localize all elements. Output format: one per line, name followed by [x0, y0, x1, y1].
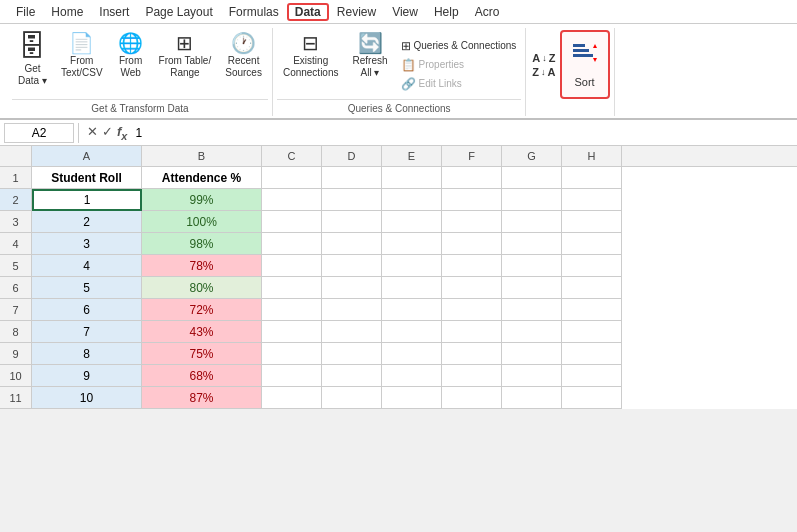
- cell-e10[interactable]: [382, 365, 442, 387]
- cancel-icon[interactable]: ✕: [87, 124, 98, 142]
- menu-data[interactable]: Data: [287, 3, 329, 21]
- cell-c4[interactable]: [262, 233, 322, 255]
- cell-b4[interactable]: 98%: [142, 233, 262, 255]
- row-header-5[interactable]: 5: [0, 255, 32, 277]
- cell-h3[interactable]: [562, 211, 622, 233]
- row-header-6[interactable]: 6: [0, 277, 32, 299]
- cell-c10[interactable]: [262, 365, 322, 387]
- cell-f10[interactable]: [442, 365, 502, 387]
- cell-b8[interactable]: 43%: [142, 321, 262, 343]
- cell-b9[interactable]: 75%: [142, 343, 262, 365]
- cell-c6[interactable]: [262, 277, 322, 299]
- menu-help[interactable]: Help: [426, 3, 467, 21]
- cell-a9[interactable]: 8: [32, 343, 142, 365]
- cell-g5[interactable]: [502, 255, 562, 277]
- menu-file[interactable]: File: [8, 3, 43, 21]
- cell-c2[interactable]: [262, 189, 322, 211]
- cell-d11[interactable]: [322, 387, 382, 409]
- cell-e5[interactable]: [382, 255, 442, 277]
- cell-b10[interactable]: 68%: [142, 365, 262, 387]
- col-header-b[interactable]: B: [142, 146, 262, 166]
- row-header-2[interactable]: 2: [0, 189, 32, 211]
- cell-f1[interactable]: [442, 167, 502, 189]
- col-header-c[interactable]: C: [262, 146, 322, 166]
- row-header-9[interactable]: 9: [0, 343, 32, 365]
- cell-a8[interactable]: 7: [32, 321, 142, 343]
- cell-b6[interactable]: 80%: [142, 277, 262, 299]
- cell-e4[interactable]: [382, 233, 442, 255]
- row-header-1[interactable]: 1: [0, 167, 32, 189]
- function-icon[interactable]: fx: [117, 124, 127, 142]
- cell-f7[interactable]: [442, 299, 502, 321]
- cell-h10[interactable]: [562, 365, 622, 387]
- cell-f5[interactable]: [442, 255, 502, 277]
- cell-h2[interactable]: [562, 189, 622, 211]
- col-header-a[interactable]: A: [32, 146, 142, 166]
- cell-c1[interactable]: [262, 167, 322, 189]
- cell-e8[interactable]: [382, 321, 442, 343]
- cell-f11[interactable]: [442, 387, 502, 409]
- cell-g8[interactable]: [502, 321, 562, 343]
- cell-d3[interactable]: [322, 211, 382, 233]
- existing-connections-button[interactable]: ⊟ Existing Connections: [277, 30, 345, 99]
- get-data-button[interactable]: 🗄 Get Data ▾: [12, 30, 53, 99]
- cell-f4[interactable]: [442, 233, 502, 255]
- cell-h6[interactable]: [562, 277, 622, 299]
- cell-d9[interactable]: [322, 343, 382, 365]
- menu-acro[interactable]: Acro: [467, 3, 508, 21]
- cell-a5[interactable]: 4: [32, 255, 142, 277]
- cell-e9[interactable]: [382, 343, 442, 365]
- cell-h7[interactable]: [562, 299, 622, 321]
- cell-a1[interactable]: Student Roll: [32, 167, 142, 189]
- cell-a10[interactable]: 9: [32, 365, 142, 387]
- cell-e1[interactable]: [382, 167, 442, 189]
- row-header-3[interactable]: 3: [0, 211, 32, 233]
- cell-a4[interactable]: 3: [32, 233, 142, 255]
- menu-review[interactable]: Review: [329, 3, 384, 21]
- from-text-csv-button[interactable]: 📄 From Text/CSV: [55, 30, 109, 99]
- cell-g10[interactable]: [502, 365, 562, 387]
- cell-g6[interactable]: [502, 277, 562, 299]
- row-header-8[interactable]: 8: [0, 321, 32, 343]
- cell-d1[interactable]: [322, 167, 382, 189]
- menu-view[interactable]: View: [384, 3, 426, 21]
- cell-e2[interactable]: [382, 189, 442, 211]
- menu-home[interactable]: Home: [43, 3, 91, 21]
- col-header-g[interactable]: G: [502, 146, 562, 166]
- cell-h11[interactable]: [562, 387, 622, 409]
- cell-c11[interactable]: [262, 387, 322, 409]
- cell-a7[interactable]: 6: [32, 299, 142, 321]
- cell-d5[interactable]: [322, 255, 382, 277]
- cell-d8[interactable]: [322, 321, 382, 343]
- col-header-e[interactable]: E: [382, 146, 442, 166]
- cell-d6[interactable]: [322, 277, 382, 299]
- cell-f9[interactable]: [442, 343, 502, 365]
- cell-b7[interactable]: 72%: [142, 299, 262, 321]
- menu-page-layout[interactable]: Page Layout: [137, 3, 220, 21]
- queries-connections-small-button[interactable]: ⊞ Queries & Connections: [396, 37, 522, 55]
- confirm-icon[interactable]: ✓: [102, 124, 113, 142]
- cell-a2[interactable]: 1: [32, 189, 142, 211]
- cell-b1[interactable]: Attendence %: [142, 167, 262, 189]
- cell-c9[interactable]: [262, 343, 322, 365]
- cell-g2[interactable]: [502, 189, 562, 211]
- recent-sources-button[interactable]: 🕐 Recent Sources: [219, 30, 268, 99]
- cell-b2[interactable]: 99%: [142, 189, 262, 211]
- col-header-d[interactable]: D: [322, 146, 382, 166]
- cell-e6[interactable]: [382, 277, 442, 299]
- cell-g4[interactable]: [502, 233, 562, 255]
- row-header-4[interactable]: 4: [0, 233, 32, 255]
- col-header-h[interactable]: H: [562, 146, 622, 166]
- cell-c3[interactable]: [262, 211, 322, 233]
- cell-g9[interactable]: [502, 343, 562, 365]
- cell-d10[interactable]: [322, 365, 382, 387]
- row-header-10[interactable]: 10: [0, 365, 32, 387]
- cell-d7[interactable]: [322, 299, 382, 321]
- cell-g1[interactable]: [502, 167, 562, 189]
- col-header-f[interactable]: F: [442, 146, 502, 166]
- cell-b11[interactable]: 87%: [142, 387, 262, 409]
- cell-e3[interactable]: [382, 211, 442, 233]
- cell-c8[interactable]: [262, 321, 322, 343]
- cell-h4[interactable]: [562, 233, 622, 255]
- cell-f2[interactable]: [442, 189, 502, 211]
